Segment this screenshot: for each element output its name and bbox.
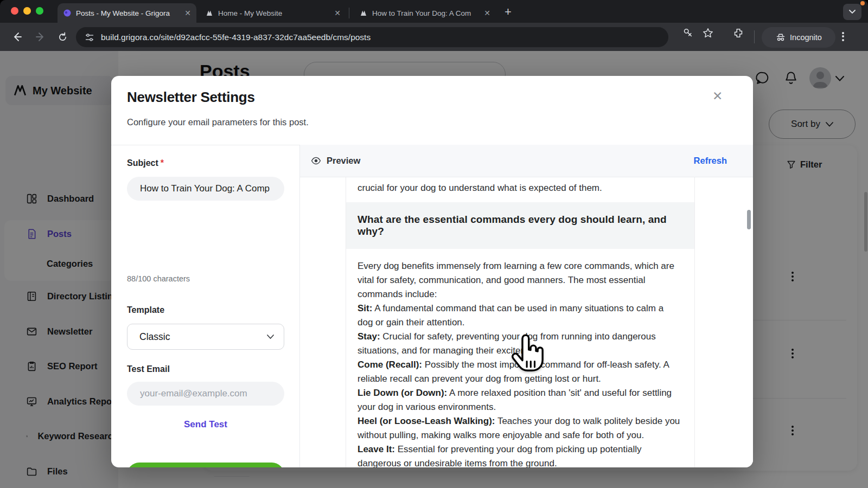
modal-scrollbar-thumb[interactable]: [747, 210, 751, 229]
password-key-icon[interactable]: [681, 27, 693, 39]
chevron-down-icon: [849, 10, 856, 14]
test-email-input[interactable]: [127, 382, 284, 406]
browser-window: Posts - My Website - Grigora ✕ Home - My…: [0, 0, 868, 488]
newsletter-settings-modal: Newsletter Settings Configure your email…: [111, 76, 753, 467]
back-icon[interactable]: [12, 31, 23, 42]
test-email-label: Test Email: [127, 364, 170, 374]
refresh-link[interactable]: Refresh: [694, 156, 727, 166]
address-bar[interactable]: build.grigora.co/site/d92acfcc-55fe-4319…: [76, 27, 668, 47]
macos-minimize-button[interactable]: [23, 7, 31, 15]
subject-input[interactable]: [127, 177, 284, 201]
tab-strip: Posts - My Website - Grigora ✕ Home - My…: [0, 0, 868, 23]
site-favicon-icon: [359, 9, 368, 17]
macos-zoom-button[interactable]: [36, 7, 43, 15]
tab-home[interactable]: Home - My Website ✕: [200, 3, 346, 23]
command-line: Leave It: Essential for preventing your …: [358, 442, 680, 467]
incognito-label: Incognito: [790, 33, 822, 42]
tab-close-icon[interactable]: ✕: [184, 9, 191, 17]
chevron-down-icon: [267, 335, 274, 339]
tab-article[interactable]: How to Train Your Dog: A Com ✕: [354, 3, 496, 23]
command-line: Heel (or Loose-Leash Walking): Teaches y…: [358, 414, 680, 442]
newsletter-preview-panel: Preview Refresh crucial for your dog to …: [300, 145, 753, 467]
bookmark-star-icon[interactable]: [702, 27, 714, 39]
site-favicon-icon: [205, 9, 214, 17]
new-tab-button[interactable]: +: [505, 5, 512, 19]
send-newsletter-button[interactable]: Send Newsletter Now: [127, 463, 284, 467]
preview-eye-icon: [311, 156, 321, 166]
macos-close-button[interactable]: [11, 7, 18, 15]
extensions-icon[interactable]: [732, 27, 744, 39]
tab-separator: [349, 8, 349, 18]
email-intro: Every dog benefits immensely from learni…: [358, 259, 680, 301]
site-info-icon[interactable]: [85, 33, 94, 42]
update-badge: [860, 1, 865, 5]
modal-title: Newsletter Settings: [127, 89, 255, 106]
grigora-favicon-icon: [63, 9, 72, 17]
newsletter-form: Subject* 88/100 characters Template Clas…: [111, 145, 300, 467]
command-line: Sit: A fundamental command that can be u…: [358, 301, 680, 330]
tab-title: Home - My Website: [218, 9, 330, 17]
incognito-icon: [775, 32, 786, 43]
browser-menu-icon[interactable]: [842, 30, 844, 42]
close-icon[interactable]: ✕: [712, 90, 723, 102]
required-asterisk: *: [161, 158, 164, 168]
template-label: Template: [127, 305, 164, 315]
subject-label: Subject*: [127, 158, 164, 168]
preview-body[interactable]: crucial for your dog to understand what …: [300, 177, 753, 467]
incognito-badge: Incognito: [762, 27, 835, 48]
template-select[interactable]: Classic: [127, 324, 284, 350]
email-paragraph-fragment: crucial for your dog to understand what …: [346, 177, 694, 195]
preview-header: Preview Refresh: [300, 145, 753, 177]
send-test-link[interactable]: Send Test: [111, 419, 300, 430]
command-line: Lie Down (or Down): A more relaxed posit…: [358, 386, 680, 414]
template-value: Classic: [139, 331, 170, 343]
toolbar-divider: [754, 30, 755, 43]
url-text: build.grigora.co/site/d92acfcc-55fe-4319…: [101, 33, 371, 42]
tab-posts[interactable]: Posts - My Website - Grigora ✕: [58, 3, 196, 23]
tab-close-icon[interactable]: ✕: [484, 9, 490, 17]
forward-icon[interactable]: [35, 31, 46, 42]
preview-label: Preview: [327, 156, 360, 166]
modal-subtitle: Configure your email parameters for this…: [127, 117, 309, 127]
tab-title: How to Train Your Dog: A Com: [372, 9, 480, 17]
reload-icon[interactable]: [58, 32, 68, 42]
email-question-heading: What are the essential commands every do…: [346, 202, 694, 249]
hand-cursor-pointer: [508, 331, 547, 377]
character-count: 88/100 characters: [127, 274, 190, 283]
tab-close-icon[interactable]: ✕: [334, 9, 341, 17]
email-preview-column: crucial for your dog to understand what …: [346, 177, 695, 467]
tab-title: Posts - My Website - Grigora: [76, 9, 180, 17]
tab-search-button[interactable]: [843, 4, 861, 20]
